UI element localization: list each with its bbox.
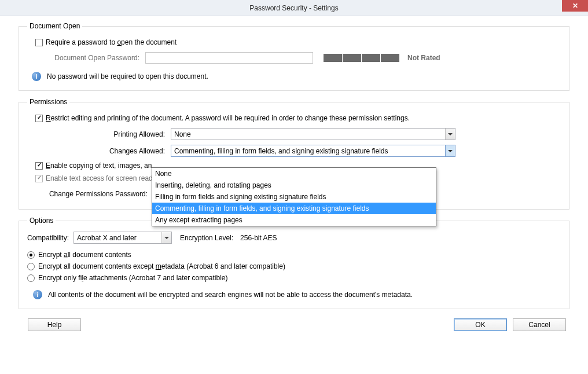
doc-open-password-input [145,52,313,64]
document-open-group: Document Open Require a password to open… [19,22,569,91]
options-legend: Options [27,217,56,225]
restrict-row: Restrict editing and printing of the doc… [35,114,561,122]
encrypt-attachments-row: Encrypt only file attachments (Acrobat 7… [27,274,561,282]
require-password-row: Require a password to open the document [35,38,561,46]
changes-option[interactable]: Filling in form fields and signing exist… [152,191,436,203]
strength-bar [343,54,361,62]
doc-open-password-row: Document Open Password: Not Rated [35,52,561,64]
ok-button-label: OK [475,321,485,329]
enable-screen-reader-checkbox [35,175,43,182]
enable-screen-reader-label: Enable text access for screen reade [46,174,156,182]
strength-bar [324,54,342,62]
encrypt-attachments-label: Encrypt only file attachments (Acrobat 7… [38,274,228,282]
require-password-label: Require a password to open the document [46,38,177,46]
encrypt-except-metadata-row: Encrypt all document contents except met… [27,262,561,270]
dropdown-arrow-icon [445,145,455,156]
restrict-checkbox[interactable] [35,115,43,122]
options-info-row: i All contents of the document will be e… [33,290,561,299]
change-permissions-password-label: Change Permissions Password: [35,190,153,198]
compatibility-value: Acrobat X and later [77,234,137,242]
enable-copy-checkbox[interactable] [35,162,43,170]
changes-option[interactable]: Any except extracting pages [152,214,436,226]
encrypt-except-metadata-label: Encrypt all document contents except met… [38,262,285,270]
strength-bar [362,54,380,62]
encrypt-all-row: Encrypt all document contents [27,251,561,259]
encrypt-all-radio[interactable] [27,251,35,259]
changes-allowed-dropdown-list[interactable]: None Inserting, deleting, and rotating p… [152,167,436,226]
compatibility-row: Compatibility: Acrobat X and later Encry… [27,232,561,244]
window-title: Password Security - Settings [249,4,338,12]
doc-open-password-label: Document Open Password: [35,54,145,62]
info-icon: i [32,72,41,81]
changes-allowed-select[interactable]: Commenting, filling in form fields, and … [171,145,455,157]
help-button[interactable]: Help [28,318,81,331]
password-strength-meter [324,54,399,62]
printing-allowed-select[interactable]: None [171,128,455,140]
printing-allowed-label: Printing Allowed: [45,130,171,138]
dropdown-arrow-icon [445,129,455,140]
cancel-button[interactable]: Cancel [513,318,566,331]
encrypt-attachments-radio[interactable] [27,274,35,282]
doc-open-info-text: No password will be required to open thi… [47,72,208,80]
doc-open-info-row: i No password will be required to open t… [32,72,561,81]
dropdown-arrow-icon [161,232,171,243]
info-icon: i [33,290,42,299]
printing-allowed-value: None [174,130,191,138]
printing-allowed-row: Printing Allowed: None [45,128,561,140]
compatibility-select[interactable]: Acrobat X and later [74,232,172,244]
changes-allowed-row: Changes Allowed: Commenting, filling in … [45,145,561,157]
options-group: Options Compatibility: Acrobat X and lat… [19,217,569,309]
encryption-level-label: Encryption Level: [180,234,233,242]
document-open-legend: Document Open [27,22,82,30]
changes-option-selected[interactable]: Commenting, filling in form fields, and … [152,203,436,214]
ok-button[interactable]: OK [454,318,507,331]
titlebar: Password Security - Settings ✕ [0,0,588,16]
close-icon: ✕ [572,2,578,10]
encrypt-all-label: Encrypt all document contents [38,251,131,259]
password-strength-label: Not Rated [407,54,440,62]
options-info-text: All contents of the document will be enc… [48,291,413,299]
button-bar: Help OK Cancel [9,316,579,336]
encryption-level-value: 256-bit AES [240,234,277,242]
encrypt-except-metadata-radio[interactable] [27,263,35,270]
changes-allowed-label: Changes Allowed: [45,147,171,155]
window-close-button[interactable]: ✕ [562,0,588,12]
changes-option[interactable]: Inserting, deleting, and rotating pages [152,179,436,191]
changes-allowed-value: Commenting, filling in form fields, and … [174,147,388,155]
permissions-legend: Permissions [27,98,69,106]
require-password-checkbox[interactable] [35,39,43,46]
enable-copy-label: Enable copying of text, images, an [46,162,152,170]
changes-option[interactable]: None [152,168,436,179]
cancel-button-label: Cancel [528,321,550,329]
compatibility-label: Compatibility: [27,234,69,242]
help-button-label: Help [47,321,62,329]
strength-bar [381,54,399,62]
restrict-label: Restrict editing and printing of the doc… [46,114,410,122]
